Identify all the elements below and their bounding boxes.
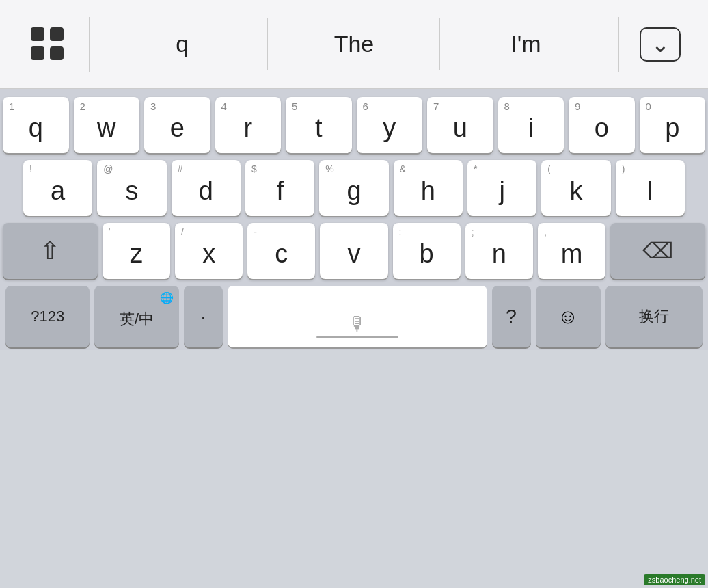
enter-button[interactable]: 换行: [605, 286, 703, 347]
suggestion-3[interactable]: I'm: [440, 0, 612, 88]
delete-icon: ⌫: [642, 238, 673, 264]
language-button[interactable]: 🌐 英/中: [94, 286, 178, 347]
question-label: ?: [506, 306, 517, 328]
key-u[interactable]: 7 u: [427, 97, 493, 153]
key-b[interactable]: : b: [393, 223, 461, 279]
key-h[interactable]: & h: [394, 160, 463, 216]
key-w[interactable]: 2 w: [74, 97, 140, 153]
key-row-2: ! a @ s # d $ f % g & h * j ( k: [3, 160, 705, 216]
lang-label: 英/中: [120, 309, 154, 330]
key-z[interactable]: ' z: [103, 223, 170, 279]
dismiss-button[interactable]: ⌄: [640, 27, 681, 62]
key-y[interactable]: 6 y: [357, 97, 423, 153]
shift-button[interactable]: ⇧: [3, 223, 98, 279]
enter-label: 换行: [639, 306, 669, 327]
emoji-button[interactable]: ☺: [536, 286, 601, 347]
key-n[interactable]: ; n: [465, 223, 533, 279]
grid-button[interactable]: [14, 27, 82, 62]
dot-label: ·: [201, 306, 206, 328]
key-row-bottom: ?123 🌐 英/中 · 🎙 ? ☺ 换行: [3, 286, 705, 347]
key-row-3: ⇧ ' z / x - c _ v : b ; n , m: [3, 223, 705, 279]
keyboard: 1 q 2 w 3 e 4 r 5 t 6 y 7 u 8 i: [0, 89, 708, 350]
key-t[interactable]: 5 t: [286, 97, 352, 153]
suggestion-1[interactable]: q: [96, 0, 268, 88]
dot-button[interactable]: ·: [184, 286, 223, 347]
space-button[interactable]: 🎙: [228, 286, 487, 347]
chevron-down-icon: ⌄: [651, 31, 670, 57]
key-o[interactable]: 9 o: [569, 97, 635, 153]
key-v[interactable]: _ v: [320, 223, 387, 279]
microphone-icon: 🎙: [348, 312, 367, 335]
numbers-button[interactable]: ?123: [5, 286, 90, 347]
key-c[interactable]: - c: [247, 223, 315, 279]
key-f[interactable]: $ f: [245, 160, 314, 216]
key-e[interactable]: 3 e: [144, 97, 210, 153]
delete-button[interactable]: ⌫: [610, 223, 705, 279]
suggestion-2[interactable]: The: [268, 0, 439, 88]
key-q[interactable]: 1 q: [3, 97, 69, 153]
autocomplete-bar: q The I'm ⌄: [0, 0, 708, 89]
key-d[interactable]: # d: [172, 160, 241, 216]
key-m[interactable]: , m: [538, 223, 605, 279]
divider-right: [618, 17, 619, 72]
key-p[interactable]: 0 p: [640, 97, 706, 153]
key-i[interactable]: 8 i: [498, 97, 564, 153]
suggestions-area: q The I'm: [96, 0, 612, 88]
globe-icon: 🌐: [160, 291, 174, 304]
key-x[interactable]: / x: [175, 223, 243, 279]
shift-icon: ⇧: [40, 237, 60, 265]
grid-icon: [31, 27, 65, 62]
dismiss-area[interactable]: ⌄: [626, 27, 694, 62]
key-s[interactable]: @ s: [97, 160, 166, 216]
question-button[interactable]: ?: [492, 286, 531, 347]
numbers-label: ?123: [31, 308, 64, 325]
key-g[interactable]: % g: [319, 160, 388, 216]
key-row-1: 1 q 2 w 3 e 4 r 5 t 6 y 7 u 8 i: [3, 97, 705, 153]
key-j[interactable]: * j: [467, 160, 536, 216]
emoji-icon: ☺: [558, 305, 579, 328]
key-l[interactable]: ) l: [616, 160, 685, 216]
key-r[interactable]: 4 r: [215, 97, 282, 153]
key-k[interactable]: ( k: [541, 160, 610, 216]
space-line: [316, 336, 398, 338]
key-a[interactable]: ! a: [23, 160, 92, 216]
divider-left: [89, 17, 90, 72]
watermark: zsbaocheng.net: [644, 574, 705, 585]
